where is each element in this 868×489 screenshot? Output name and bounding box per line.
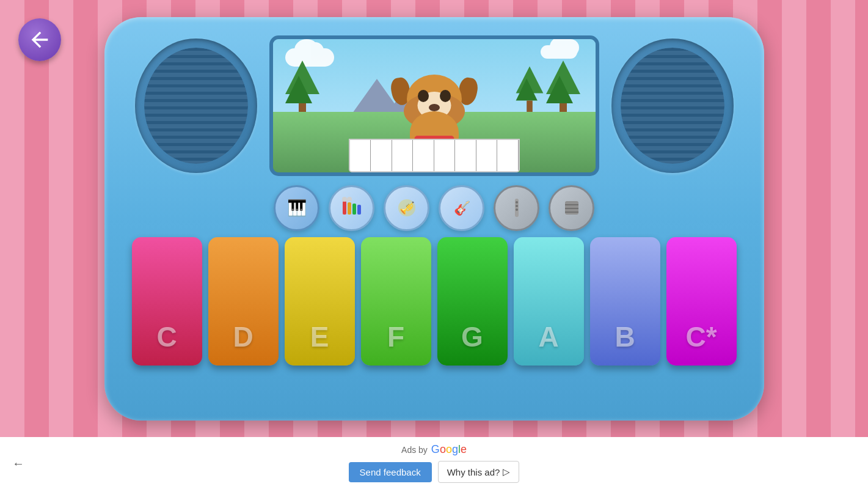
key-label-e: E <box>310 320 329 353</box>
svg-rect-0 <box>343 201 346 215</box>
piano-key-g[interactable]: G <box>437 237 508 366</box>
piano-key-c[interactable]: C <box>132 237 202 366</box>
key-label-f: F <box>387 320 404 353</box>
tree-left <box>285 61 319 119</box>
key-label-cstar: C* <box>685 320 717 353</box>
piano-toy-body: 🎹 🎺 🎸 <box>104 17 764 421</box>
piano-keys-row: C D E F G A B <box>129 237 740 366</box>
right-speaker <box>611 39 734 173</box>
why-this-ad-button[interactable]: Why this ad? ▷ <box>438 461 520 483</box>
svg-point-12 <box>516 208 518 211</box>
key-label-c: C <box>156 320 177 353</box>
back-button[interactable] <box>18 18 61 61</box>
ad-bar-back-arrow[interactable]: ← <box>12 456 24 470</box>
piano-key-a[interactable]: A <box>514 237 584 366</box>
key-label-b: B <box>615 320 635 353</box>
svg-rect-2 <box>352 204 356 215</box>
instrument-trumpet-btn[interactable]: 🎺 <box>384 185 429 231</box>
main-background: 🎹 🎺 🎸 <box>0 0 868 437</box>
google-logo: Google <box>431 443 467 456</box>
svg-rect-1 <box>348 202 351 215</box>
ad-action-buttons: Send feedback Why this ad? ▷ <box>349 461 520 483</box>
piano-key-cstar[interactable]: C* <box>666 237 737 366</box>
left-speaker <box>135 39 257 173</box>
svg-point-5 <box>347 197 352 202</box>
svg-point-11 <box>516 205 518 207</box>
instrument-piano-btn[interactable]: 🎹 <box>274 185 319 231</box>
key-label-d: D <box>233 320 253 353</box>
svg-rect-3 <box>357 205 361 215</box>
piano-keys-section: C D E F G A B <box>117 237 752 366</box>
instrument-recorder-btn[interactable] <box>494 185 539 231</box>
key-label-g: G <box>461 320 483 353</box>
piano-key-f[interactable]: F <box>361 237 431 366</box>
screen-piano-keys <box>349 139 520 172</box>
cloud-right <box>541 45 577 59</box>
instrument-selector: 🎹 🎺 🎸 <box>274 185 594 231</box>
display-screen <box>269 35 599 176</box>
tree-right2 <box>516 67 543 113</box>
piano-key-b[interactable]: B <box>590 237 660 366</box>
svg-text:🎸: 🎸 <box>453 200 470 216</box>
ads-by-line: Ads by Google <box>401 443 467 456</box>
svg-point-10 <box>516 201 518 204</box>
send-feedback-button[interactable]: Send feedback <box>349 462 432 482</box>
ads-by-text: Ads by <box>401 445 428 455</box>
piano-key-e[interactable]: E <box>285 237 355 366</box>
instrument-xylophone-btn[interactable] <box>329 185 374 231</box>
why-ad-arrow-icon: ▷ <box>503 466 510 477</box>
top-section <box>117 29 752 182</box>
svg-point-4 <box>342 197 347 202</box>
instrument-guitar-btn[interactable]: 🎸 <box>439 185 484 231</box>
instrument-accordion-btn[interactable] <box>549 185 594 231</box>
ad-bar: ← Ads by Google Send feedback Why this a… <box>0 437 868 489</box>
back-arrow-icon <box>27 28 52 52</box>
tree-right <box>546 61 580 119</box>
svg-text:🎺: 🎺 <box>399 200 414 215</box>
piano-key-d[interactable]: D <box>208 237 279 366</box>
why-ad-label: Why this ad? <box>447 467 500 477</box>
key-label-a: A <box>538 320 558 353</box>
